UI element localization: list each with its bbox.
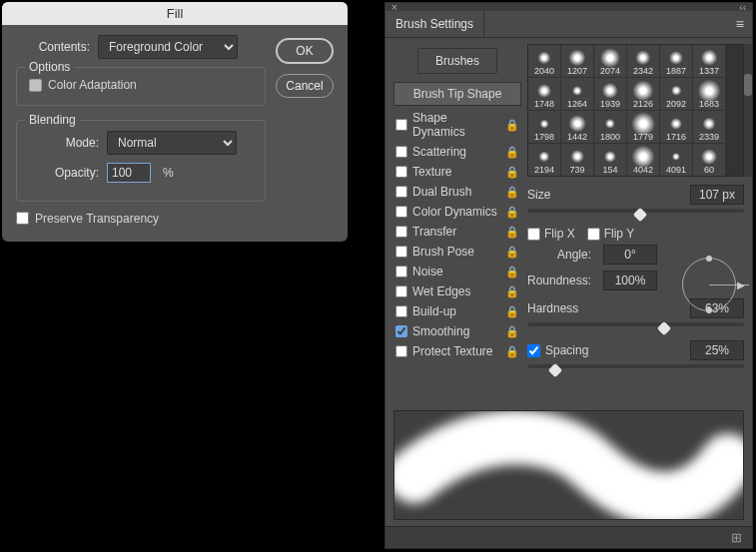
blending-group: Blending Mode: Normal Opacity: % xyxy=(16,120,266,202)
lock-icon[interactable]: 🔒 xyxy=(505,146,519,159)
size-label: Size xyxy=(527,188,550,202)
brush-preset[interactable]: 1800 xyxy=(594,111,626,143)
brush-option-noise[interactable]: Noise🔒 xyxy=(393,262,521,281)
brush-preset[interactable]: 4091 xyxy=(660,144,692,176)
brush-preset[interactable]: 60 xyxy=(693,144,725,176)
lock-icon[interactable]: 🔒 xyxy=(505,166,519,179)
lock-icon[interactable]: 🔒 xyxy=(505,285,519,298)
options-group: Options Color Adaptation xyxy=(16,67,266,106)
brush-option-wet-edges[interactable]: Wet Edges🔒 xyxy=(393,281,521,301)
brush-preset[interactable]: 2040 xyxy=(528,45,560,77)
brush-preset[interactable]: 2074 xyxy=(594,45,626,77)
brush-tip-shape-button[interactable]: Brush Tip Shape xyxy=(393,82,521,106)
cancel-button[interactable]: Cancel xyxy=(276,74,334,98)
brush-option-protect-texture[interactable]: Protect Texture🔒 xyxy=(393,341,521,361)
hardness-label: Hardness xyxy=(527,301,578,315)
brush-preset[interactable]: 1337 xyxy=(693,45,725,77)
brush-option-shape-dynamics[interactable]: Shape Dynamics🔒 xyxy=(393,108,521,142)
size-value[interactable]: 107 px xyxy=(690,185,744,205)
brush-preset[interactable]: 2092 xyxy=(660,78,692,110)
dialog-title: Fill xyxy=(2,2,348,25)
preset-scrollbar-thumb[interactable] xyxy=(744,74,752,96)
lock-icon[interactable]: 🔒 xyxy=(505,186,519,199)
brush-preset[interactable]: 1716 xyxy=(660,111,692,143)
lock-icon[interactable]: 🔒 xyxy=(505,119,519,132)
lock-icon[interactable]: 🔒 xyxy=(505,325,519,338)
brush-preset[interactable]: 1264 xyxy=(561,78,593,110)
brush-option-build-up[interactable]: Build-up🔒 xyxy=(393,301,521,321)
brush-option-transfer[interactable]: Transfer🔒 xyxy=(393,222,521,242)
brush-preset[interactable]: 1442 xyxy=(561,111,593,143)
angle-value[interactable]: 0° xyxy=(603,245,657,265)
panel-menu-icon[interactable]: ≡ xyxy=(728,12,752,36)
brush-preset[interactable]: 1748 xyxy=(528,78,560,110)
brush-preset[interactable]: 2342 xyxy=(627,45,659,77)
brush-preset[interactable]: 1887 xyxy=(660,45,692,77)
angle-roundness-widget[interactable]: ▶ xyxy=(678,254,740,315)
brush-preset[interactable]: 154 xyxy=(594,144,626,176)
flip-x-checkbox[interactable]: Flip X xyxy=(527,227,575,241)
brush-preset[interactable]: 2339 xyxy=(693,111,725,143)
brush-option-scattering[interactable]: Scattering🔒 xyxy=(393,142,521,162)
contents-label: Contents: xyxy=(20,40,90,54)
lock-icon[interactable]: 🔒 xyxy=(505,305,519,318)
brush-preset-grid[interactable]: 2040120720742342188713371748126419392126… xyxy=(527,44,744,177)
lock-icon[interactable]: 🔒 xyxy=(505,226,519,239)
opacity-label: Opacity: xyxy=(29,166,99,180)
brush-stroke-preview xyxy=(393,410,744,520)
flip-y-checkbox[interactable]: Flip Y xyxy=(587,227,634,241)
spacing-checkbox[interactable]: Spacing xyxy=(527,343,588,357)
brush-preset[interactable]: 2126 xyxy=(627,78,659,110)
brush-option-texture[interactable]: Texture🔒 xyxy=(393,162,521,182)
brush-option-dual-brush[interactable]: Dual Brush🔒 xyxy=(393,182,521,202)
brush-option-color-dynamics[interactable]: Color Dynamics🔒 xyxy=(393,202,521,222)
brush-preset[interactable]: 2194 xyxy=(528,144,560,176)
lock-icon[interactable]: 🔒 xyxy=(505,246,519,259)
hardness-slider[interactable] xyxy=(527,320,744,334)
mode-select[interactable]: Normal xyxy=(107,131,237,155)
brush-settings-panel: × ‹‹ Brush Settings ≡ Brushes Brush Tip … xyxy=(384,2,753,549)
brush-preset[interactable]: 1779 xyxy=(627,111,659,143)
brush-option-smoothing[interactable]: Smoothing🔒 xyxy=(393,321,521,341)
brush-preset[interactable]: 1683 xyxy=(693,78,725,110)
tab-brush-settings[interactable]: Brush Settings xyxy=(385,11,484,37)
opacity-input[interactable] xyxy=(107,163,151,183)
brush-preset[interactable]: 1798 xyxy=(528,111,560,143)
brush-preset[interactable]: 4042 xyxy=(627,144,659,176)
lock-icon[interactable]: 🔒 xyxy=(505,345,519,358)
color-adaptation-checkbox: Color Adaptation xyxy=(29,78,137,92)
lock-icon[interactable]: 🔒 xyxy=(505,206,519,219)
preserve-transparency-checkbox[interactable]: Preserve Transparency xyxy=(16,212,159,226)
brush-preset[interactable]: 1939 xyxy=(594,78,626,110)
roundness-value[interactable]: 100% xyxy=(603,271,657,290)
roundness-label: Roundness: xyxy=(527,274,597,287)
mode-label: Mode: xyxy=(29,136,99,150)
fill-dialog: Fill Contents: Foreground Color OK Cance… xyxy=(2,2,348,242)
brush-preset[interactable]: 1207 xyxy=(561,45,593,77)
ok-button[interactable]: OK xyxy=(276,38,334,64)
size-slider[interactable] xyxy=(527,207,744,221)
lock-icon[interactable]: 🔒 xyxy=(505,266,519,278)
brush-preset[interactable]: 739 xyxy=(561,144,593,176)
new-preset-icon[interactable]: ⊞ xyxy=(731,530,742,545)
spacing-value[interactable]: 25% xyxy=(690,340,744,360)
preset-scrollbar[interactable] xyxy=(744,44,752,177)
spacing-slider[interactable] xyxy=(527,362,744,376)
angle-label: Angle: xyxy=(527,248,597,262)
brushes-button[interactable]: Brushes xyxy=(417,48,497,74)
brush-option-brush-pose[interactable]: Brush Pose🔒 xyxy=(393,242,521,262)
contents-select[interactable]: Foreground Color xyxy=(98,35,238,59)
